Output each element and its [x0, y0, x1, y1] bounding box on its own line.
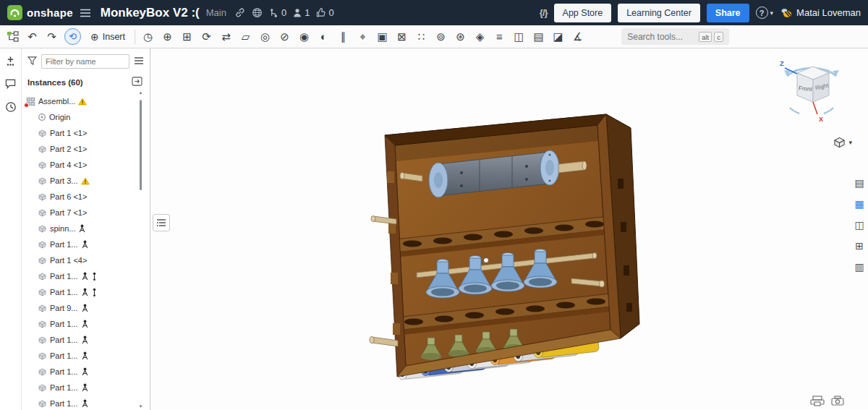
- public-globe-icon[interactable]: [252, 7, 263, 18]
- scroll-up-icon[interactable]: ▲: [137, 90, 144, 95]
- tree-item[interactable]: Part 1...: [22, 348, 150, 364]
- tree-item[interactable]: Origin: [22, 109, 150, 125]
- structure-panel-toggle[interactable]: [153, 214, 170, 231]
- mate-connector-icon[interactable]: ⌖: [353, 27, 373, 46]
- display-mode-icon: [833, 137, 846, 148]
- mate-connector-icon: [92, 288, 97, 297]
- insert-button[interactable]: ⊕ Insert: [84, 27, 132, 46]
- search-tools[interactable]: alt c: [621, 28, 729, 45]
- tree-scrollbar[interactable]: ▲ ▼: [137, 90, 144, 409]
- origin-icon: [38, 113, 46, 121]
- tree-item[interactable]: Part 2 <1>: [22, 141, 150, 157]
- snapshot-icon[interactable]: ◈: [470, 27, 490, 46]
- filter-icon[interactable]: [27, 55, 37, 68]
- account-menu[interactable]: Matai Loveman: [780, 7, 861, 18]
- scanner-icon[interactable]: [830, 396, 845, 406]
- redo-icon[interactable]: ↷: [42, 27, 61, 46]
- tree-item[interactable]: Part 1...: [22, 364, 150, 380]
- comments-icon[interactable]: [5, 79, 16, 89]
- shortcut-c-key: c: [714, 32, 723, 42]
- logo-text: onshape: [27, 7, 73, 19]
- pin-slot-mate-icon[interactable]: ⊘: [275, 27, 294, 46]
- tree-item[interactable]: Part 7 <1>: [22, 205, 150, 221]
- group-icon[interactable]: ▣: [373, 27, 392, 46]
- undo-icon[interactable]: ↶: [22, 27, 42, 46]
- workspace-name[interactable]: Main: [206, 7, 226, 18]
- implicit-mate-icon: [78, 224, 86, 233]
- appearance-panel-icon[interactable]: ▦: [852, 197, 867, 211]
- section-view-icon[interactable]: ◪: [548, 27, 568, 46]
- part-icon: [38, 208, 47, 218]
- custom-tables-panel-icon[interactable]: ▥: [852, 260, 867, 274]
- display-states-icon[interactable]: ◫: [509, 27, 529, 46]
- bom-icon[interactable]: ▤: [529, 27, 548, 46]
- search-tools-input[interactable]: [627, 32, 697, 42]
- scroll-thumb[interactable]: [140, 100, 142, 190]
- history-icon[interactable]: ◷: [138, 27, 158, 46]
- part-icon: [38, 367, 47, 377]
- slider-mate-icon[interactable]: ⇄: [216, 27, 236, 46]
- tree-item[interactable]: Part 3...: [22, 173, 150, 189]
- rollback-icon[interactable]: ⟲: [64, 28, 81, 45]
- circular-pattern-icon[interactable]: ⊚: [431, 27, 451, 46]
- scroll-down-icon[interactable]: ▼: [137, 404, 144, 409]
- filter-input[interactable]: [41, 54, 129, 69]
- tree-item[interactable]: Assembl...: [22, 93, 150, 109]
- filter-row: [22, 48, 150, 73]
- list-options-icon[interactable]: [134, 55, 144, 68]
- ball-mate-icon[interactable]: ◉: [294, 27, 314, 46]
- copy-link-icon[interactable]: [234, 7, 245, 18]
- tree-item[interactable]: Part 9...: [22, 300, 150, 316]
- tree-item[interactable]: Part 1...: [22, 332, 150, 348]
- tree-item[interactable]: Part 6 <1>: [22, 189, 150, 205]
- parallel-mate-icon[interactable]: ∥: [333, 27, 353, 46]
- users-count[interactable]: 1: [293, 7, 310, 18]
- help-menu[interactable]: ? ▾: [756, 7, 774, 19]
- tree-item[interactable]: Part 1...: [22, 396, 150, 410]
- display-states-panel-icon[interactable]: ◫: [852, 218, 867, 232]
- revolute-mate-icon[interactable]: ⟳: [197, 27, 216, 46]
- history-panel-icon[interactable]: [5, 101, 17, 113]
- explode-icon[interactable]: ⊛: [451, 27, 470, 46]
- panel-expand-icon[interactable]: [132, 76, 142, 89]
- linear-pattern-icon[interactable]: ∷: [412, 27, 431, 46]
- tree-item[interactable]: spinn...: [22, 221, 150, 236]
- insert-plus-icon[interactable]: [5, 56, 16, 67]
- planar-mate-icon[interactable]: ▱: [236, 27, 255, 46]
- view-cube[interactable]: Front Right Z X: [775, 54, 848, 127]
- mate-icon[interactable]: ⊕: [158, 27, 177, 46]
- printer-icon[interactable]: [810, 396, 825, 406]
- tangent-mate-icon[interactable]: ◐: [314, 27, 333, 46]
- learning-center-button[interactable]: Learning Center: [618, 4, 700, 22]
- tree-item[interactable]: Part 4 <1>: [22, 157, 150, 173]
- onshape-logo[interactable]: onshape: [7, 5, 73, 20]
- tree-item[interactable]: Part 1 <1>: [22, 125, 150, 141]
- tree-item[interactable]: Part 1...: [22, 268, 150, 284]
- share-button[interactable]: Share: [707, 4, 749, 22]
- tree-item[interactable]: Part 1...: [22, 284, 150, 300]
- assembly-navigator-icon[interactable]: [3, 27, 22, 46]
- replicate-icon[interactable]: ⊠: [392, 27, 412, 46]
- measure-icon[interactable]: ∡: [568, 27, 587, 46]
- tree-item[interactable]: Part 1 <4>: [22, 252, 150, 268]
- document-title: MonkeyBox V2 :(: [101, 6, 200, 20]
- assembly-3d-model[interactable]: [150, 48, 868, 410]
- likes-count[interactable]: 0: [316, 7, 333, 18]
- tree-item[interactable]: Part 1...: [22, 380, 150, 396]
- app-store-button[interactable]: App Store: [554, 4, 612, 22]
- bom-panel-icon[interactable]: ▤: [852, 176, 867, 190]
- fastened-mate-icon[interactable]: ⊞: [177, 27, 197, 46]
- help-caret-icon: ▾: [770, 9, 774, 17]
- cylindrical-mate-icon[interactable]: ◎: [255, 27, 275, 46]
- model-canvas[interactable]: Front Right Z X ▾ ▤▦◫⊞▥: [150, 48, 868, 410]
- versions-count[interactable]: 0: [269, 7, 286, 18]
- named-positions-icon[interactable]: ≡: [490, 27, 509, 46]
- featurescript-icon[interactable]: {/}: [540, 7, 548, 18]
- view-options-button[interactable]: ▾: [833, 137, 852, 148]
- insert-label: Insert: [103, 32, 125, 42]
- tree-item[interactable]: Part 1...: [22, 236, 150, 252]
- main-menu-icon[interactable]: [80, 9, 91, 17]
- tree-item[interactable]: Part 1...: [22, 316, 150, 332]
- onshape-logo-icon: [7, 5, 22, 20]
- configurations-panel-icon[interactable]: ⊞: [852, 239, 867, 253]
